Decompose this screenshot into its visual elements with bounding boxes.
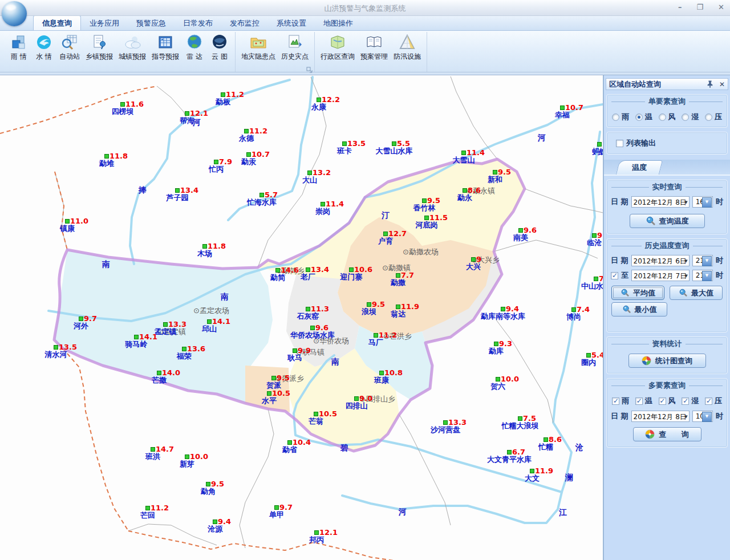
multi-option-pressure[interactable]: 压 (705, 396, 722, 406)
statistics-chart-button[interactable]: 统计图查询 (628, 354, 706, 368)
checkbox-temperature[interactable] (635, 397, 643, 405)
multi-date-picker[interactable]: 2012年12月 8日 (631, 411, 690, 422)
station-marker-icon[interactable] (206, 482, 210, 486)
station-marker-icon[interactable] (493, 171, 497, 175)
station-marker-icon[interactable] (494, 342, 498, 346)
station-marker-icon[interactable] (463, 189, 467, 193)
radio-humidity[interactable] (682, 113, 689, 121)
station-marker-icon[interactable] (221, 93, 225, 97)
station-marker-icon[interactable] (396, 274, 400, 278)
toolbar-button-admin-region-query[interactable]: 行政区查询 (318, 32, 358, 72)
station-marker-icon[interactable] (355, 397, 359, 401)
station-marker-icon[interactable] (157, 371, 161, 375)
toolbar-button-township-forecast[interactable]: 乡镇预报 (83, 32, 116, 72)
station-marker-icon[interactable] (245, 129, 249, 133)
station-marker-icon[interactable] (260, 193, 264, 197)
tab-daily-release[interactable]: 日常发布 (175, 16, 221, 30)
station-marker-icon[interactable] (598, 143, 602, 147)
station-marker-icon[interactable] (423, 199, 427, 203)
multi-query-button[interactable]: 查 询 (633, 427, 701, 441)
tab-system-settings[interactable]: 系统设置 (268, 16, 315, 30)
station-marker-icon[interactable] (350, 268, 354, 272)
station-marker-icon[interactable] (151, 448, 155, 452)
history-to-checkbox[interactable] (611, 272, 618, 279)
list-output-checkbox[interactable] (616, 140, 623, 147)
station-marker-icon[interactable] (293, 349, 297, 353)
query-temperature-button[interactable]: 查询温度 (630, 214, 705, 228)
station-marker-icon[interactable] (79, 317, 83, 321)
multi-hour-picker[interactable]: 10 (692, 411, 713, 422)
station-marker-icon[interactable] (247, 153, 251, 157)
station-marker-icon[interactable] (519, 229, 523, 233)
station-marker-icon[interactable] (462, 151, 466, 155)
single-option-wind[interactable]: 风 (659, 112, 676, 122)
station-marker-icon[interactable] (321, 202, 325, 206)
station-marker-icon[interactable] (306, 268, 310, 272)
station-marker-icon[interactable] (185, 112, 189, 116)
checkbox-humidity[interactable] (682, 397, 689, 405)
app-logo-icon[interactable] (2, 1, 27, 26)
history-to-date-picker[interactable]: 2012年12月 7日 (631, 270, 690, 281)
station-marker-icon[interactable] (267, 392, 271, 396)
pin-icon[interactable] (706, 80, 714, 88)
station-marker-icon[interactable] (384, 232, 388, 236)
multi-option-humidity[interactable]: 湿 (682, 396, 699, 406)
realtime-hour-picker[interactable]: 16 (692, 196, 713, 208)
radio-pressure[interactable] (705, 113, 712, 121)
toolbar-button-water-info[interactable]: 水 情 (31, 32, 56, 72)
maximize-icon[interactable]: ❐ (696, 3, 703, 12)
station-marker-icon[interactable] (306, 307, 310, 311)
station-marker-icon[interactable] (214, 160, 218, 164)
station-marker-icon[interactable] (544, 438, 548, 442)
minimum-button[interactable]: 最小值 (611, 302, 667, 316)
station-marker-icon[interactable] (496, 378, 500, 382)
checkbox-wind[interactable] (659, 397, 666, 405)
station-marker-icon[interactable] (572, 308, 576, 312)
toolbar-button-rain-info[interactable]: 雨 情 (6, 32, 31, 72)
tab-map-operations[interactable]: 地图操作 (315, 16, 362, 30)
toolbar-button-flood-facilities[interactable]: 防汛设施 (391, 32, 424, 72)
average-button[interactable]: 平均值 (611, 286, 664, 300)
station-marker-icon[interactable] (208, 320, 212, 324)
station-marker-icon[interactable] (308, 171, 312, 175)
station-marker-icon[interactable] (105, 155, 109, 159)
toolbar-button-guidance-forecast[interactable]: 指导预报 (149, 32, 182, 72)
station-marker-icon[interactable] (311, 326, 315, 330)
station-marker-icon[interactable] (185, 455, 189, 459)
station-marker-icon[interactable] (182, 347, 186, 351)
station-marker-icon[interactable] (272, 376, 276, 380)
close-icon[interactable]: ✕ (718, 3, 724, 12)
multi-option-wind[interactable]: 风 (659, 396, 676, 406)
station-marker-icon[interactable] (561, 106, 565, 110)
multi-option-rain[interactable]: 雨 (612, 396, 629, 406)
maximum-button[interactable]: 最大值 (670, 286, 723, 300)
station-marker-icon[interactable] (501, 307, 505, 311)
station-marker-icon[interactable] (374, 334, 378, 338)
realtime-date-picker[interactable]: 2012年12月 8日 (631, 196, 690, 208)
station-marker-icon[interactable] (288, 441, 292, 445)
single-option-humidity[interactable]: 湿 (682, 112, 699, 122)
station-marker-icon[interactable] (392, 142, 396, 146)
toolbar-button-town-forecast[interactable]: 城镇预报 (116, 32, 149, 72)
tab-business-app[interactable]: 业务应用 (81, 16, 128, 30)
toolbar-button-plan-management[interactable]: 预案管理 (358, 32, 391, 72)
station-marker-icon[interactable] (176, 189, 180, 193)
radio-wind[interactable] (659, 113, 666, 121)
toolbar-button-cloud-image[interactable]: 云 图 (207, 32, 232, 72)
tab-temperature[interactable]: 温度 (616, 160, 663, 175)
dialog-launcher-icon[interactable] (306, 64, 313, 71)
station-marker-icon[interactable] (276, 269, 280, 273)
radio-temperature[interactable] (635, 113, 643, 121)
station-marker-icon[interactable] (164, 323, 168, 327)
station-marker-icon[interactable] (594, 277, 598, 281)
checkbox-rain[interactable] (612, 397, 619, 405)
station-marker-icon[interactable] (508, 451, 512, 455)
tab-warning-response[interactable]: 预警应急 (128, 16, 175, 30)
station-marker-icon[interactable] (367, 303, 371, 307)
single-option-temperature[interactable]: 温 (635, 112, 652, 122)
station-marker-icon[interactable] (317, 98, 321, 102)
station-marker-icon[interactable] (54, 346, 58, 350)
station-marker-icon[interactable] (593, 234, 597, 238)
map-canvas[interactable]: ⊙勐永镇⊙勐撒农场⊙勐撒镇⊙大兴乡⊙勐简乡⊙孟定农场⊙孟定镇⊙华侨农场⊙耿马镇⊙… (0, 75, 603, 560)
single-option-pressure[interactable]: 压 (705, 112, 722, 122)
